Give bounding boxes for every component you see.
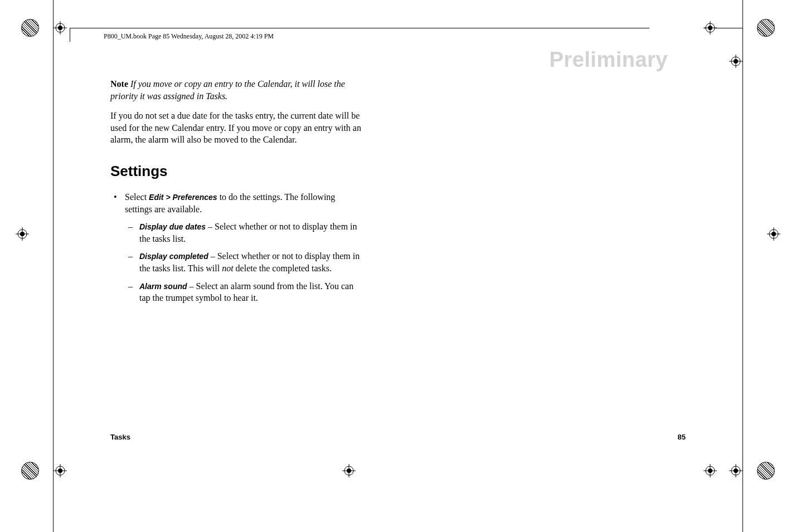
hline-header bbox=[70, 28, 649, 28]
sub-item-text-1-italic: not bbox=[222, 263, 233, 273]
reg-mark-mid-left bbox=[16, 227, 29, 241]
watermark-preliminary: Preliminary bbox=[550, 48, 668, 72]
sub-item-display-completed: Display completed – Select whether or no… bbox=[125, 250, 361, 274]
bullet-pre: Select bbox=[125, 192, 149, 202]
sub-item-alarm-sound: Alarm sound – Select an alarm sound from… bbox=[125, 280, 361, 304]
page-content: Note If you move or copy an entry to the… bbox=[110, 78, 361, 310]
sub-item-text-1-after: delete the completed tasks. bbox=[234, 263, 332, 273]
reg-mark-bot-center bbox=[342, 464, 356, 477]
bullet-item-preferences: Select Edit > Preferences to do the sett… bbox=[110, 191, 361, 304]
hatch-circle-tl bbox=[21, 19, 39, 37]
reg-mark-mid-right bbox=[767, 227, 780, 241]
vline-header-drop bbox=[70, 28, 70, 42]
reg-mark-top-right bbox=[703, 21, 717, 35]
ui-label-display-due-dates: Display due dates bbox=[139, 222, 206, 231]
hatch-circle-br bbox=[757, 462, 775, 480]
sub-list: Display due dates – Select whether or no… bbox=[125, 221, 361, 304]
reg-mark-top-left bbox=[54, 21, 67, 35]
footer-section-name: Tasks bbox=[110, 433, 130, 441]
body-paragraph: If you do not set a due date for the tas… bbox=[110, 110, 361, 146]
ui-label-display-completed: Display completed bbox=[139, 252, 208, 261]
hatch-circle-bl bbox=[21, 462, 39, 480]
reg-mark-right-top bbox=[729, 55, 742, 68]
reg-mark-bot-right2 bbox=[729, 464, 742, 477]
note-text: If you move or copy an entry to the Cale… bbox=[110, 79, 345, 101]
reg-mark-bot-left1 bbox=[54, 464, 67, 477]
ui-label-edit-preferences: Edit > Preferences bbox=[149, 193, 217, 202]
bullet-list: Select Edit > Preferences to do the sett… bbox=[110, 191, 361, 304]
note-paragraph: Note If you move or copy an entry to the… bbox=[110, 78, 361, 102]
sub-item-display-due-dates: Display due dates – Select whether or no… bbox=[125, 221, 361, 245]
note-label: Note bbox=[110, 79, 128, 89]
reg-mark-bot-right1 bbox=[703, 464, 717, 477]
vline-left-outer bbox=[53, 0, 54, 532]
section-heading-settings: Settings bbox=[110, 162, 361, 181]
hatch-circle-tr bbox=[757, 19, 775, 37]
ui-label-alarm-sound: Alarm sound bbox=[139, 282, 187, 291]
book-header-line: P800_UM.book Page 85 Wednesday, August 2… bbox=[104, 32, 274, 41]
footer-page-number: 85 bbox=[678, 433, 686, 441]
vline-right-outer bbox=[742, 0, 743, 532]
